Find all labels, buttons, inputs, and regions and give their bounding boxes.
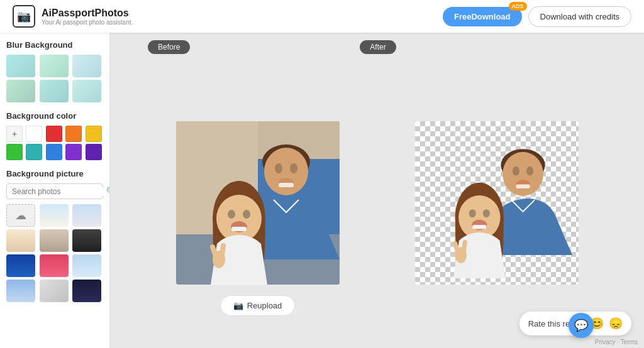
blur-thumb-4[interactable] bbox=[6, 80, 35, 102]
logo-icon: 📷 bbox=[13, 5, 35, 28]
search-box[interactable]: 🔍 bbox=[6, 183, 103, 199]
bg-thumb-sky1[interactable] bbox=[40, 204, 69, 227]
svg-point-12 bbox=[228, 210, 235, 219]
before-photo-container: 📷 Reupload bbox=[176, 121, 340, 285]
bg-thumb-nature2[interactable] bbox=[40, 229, 69, 252]
color-darkpurple-swatch[interactable] bbox=[86, 144, 102, 160]
bg-thumb-pink[interactable] bbox=[40, 254, 69, 277]
emoji-bad[interactable]: 😞 bbox=[609, 317, 623, 330]
blur-section-title: Blur Background bbox=[6, 40, 103, 50]
main-layout: Blur Background Background color + bbox=[0, 33, 644, 348]
selfie-svg bbox=[176, 121, 340, 285]
cutout-svg bbox=[421, 128, 572, 278]
bg-upload-button[interactable]: ☁ bbox=[6, 204, 35, 227]
logo-text: AiPassportPhotos Your Ai passport photo … bbox=[42, 8, 133, 26]
before-photo bbox=[176, 121, 340, 285]
svg-rect-24 bbox=[516, 184, 530, 188]
color-green-swatch[interactable] bbox=[6, 144, 23, 160]
color-blue-swatch[interactable] bbox=[46, 144, 62, 160]
color-add-button[interactable]: + bbox=[6, 126, 23, 142]
svg-point-13 bbox=[243, 210, 250, 219]
content-area: Before After bbox=[110, 33, 644, 348]
blur-thumb-2[interactable] bbox=[40, 55, 69, 77]
svg-point-28 bbox=[482, 209, 489, 217]
color-orange-swatch[interactable] bbox=[65, 126, 82, 142]
svg-point-5 bbox=[264, 148, 308, 195]
bg-picture-section: Background picture 🔍 ☁ bbox=[6, 169, 103, 302]
blur-thumb-3[interactable] bbox=[72, 55, 101, 77]
svg-rect-9 bbox=[279, 183, 294, 187]
free-download-button[interactable]: FreeDownload ADS bbox=[443, 7, 522, 26]
color-white-swatch[interactable] bbox=[26, 126, 42, 142]
bg-thumb-nature1[interactable] bbox=[6, 229, 35, 252]
svg-line-33 bbox=[464, 242, 465, 251]
logo-area: 📷 AiPassportPhotos Your Ai passport phot… bbox=[13, 5, 133, 28]
bg-thumb-blue1[interactable] bbox=[6, 254, 35, 277]
color-purple-swatch[interactable] bbox=[65, 144, 82, 160]
color-yellow-swatch[interactable] bbox=[86, 126, 102, 142]
svg-point-22 bbox=[526, 166, 533, 176]
chat-button[interactable]: 💬 bbox=[569, 313, 594, 338]
label-row: Before After bbox=[110, 33, 644, 54]
svg-point-21 bbox=[512, 166, 519, 176]
bg-thumb-night[interactable] bbox=[72, 280, 101, 302]
bg-thumb-sky3[interactable] bbox=[6, 280, 35, 302]
svg-point-27 bbox=[469, 209, 475, 217]
privacy-notice[interactable]: Privacy · Terms bbox=[595, 339, 638, 345]
reupload-button[interactable]: 📷 Reupload bbox=[220, 295, 296, 316]
images-row: 📷 Reupload bbox=[110, 33, 644, 348]
after-photo-container bbox=[415, 121, 579, 285]
sidebar: Blur Background Background color + bbox=[0, 33, 110, 348]
color-teal-swatch[interactable] bbox=[26, 144, 42, 160]
blur-thumb-grid bbox=[6, 55, 103, 102]
logo-title: AiPassportPhotos bbox=[42, 8, 133, 19]
camera-icon: 📷 bbox=[233, 301, 243, 310]
download-credits-button[interactable]: Download with credits bbox=[528, 6, 631, 27]
blur-thumb-1[interactable] bbox=[6, 55, 35, 77]
color-section-title: Background color bbox=[6, 111, 103, 121]
after-label: After bbox=[360, 40, 396, 54]
svg-line-32 bbox=[455, 244, 458, 253]
search-input[interactable] bbox=[12, 187, 106, 196]
bg-thumb-grid: ☁ bbox=[6, 204, 103, 302]
blur-thumb-5[interactable] bbox=[40, 80, 69, 102]
svg-point-20 bbox=[502, 152, 543, 196]
svg-rect-15 bbox=[231, 227, 247, 231]
bg-thumb-sky2[interactable] bbox=[72, 204, 101, 227]
svg-point-6 bbox=[275, 163, 282, 173]
color-red-swatch[interactable] bbox=[46, 126, 62, 142]
cutout-overlay bbox=[415, 121, 579, 285]
bg-thumb-art[interactable] bbox=[40, 280, 69, 302]
ads-badge: ADS bbox=[509, 2, 527, 11]
color-section: Background color + bbox=[6, 111, 103, 160]
bg-thumb-dark[interactable] bbox=[72, 229, 101, 252]
svg-point-7 bbox=[290, 163, 297, 173]
svg-line-17 bbox=[213, 247, 216, 256]
color-grid: + bbox=[6, 126, 103, 160]
bg-thumb-clouds[interactable] bbox=[72, 254, 101, 277]
blur-thumb-6[interactable] bbox=[72, 80, 101, 102]
after-photo bbox=[415, 121, 579, 285]
header: 📷 AiPassportPhotos Your Ai passport phot… bbox=[0, 0, 644, 33]
header-buttons: FreeDownload ADS Download with credits bbox=[443, 6, 631, 27]
upload-icon: ☁ bbox=[15, 209, 26, 222]
svg-line-18 bbox=[222, 246, 223, 255]
logo-subtitle: Your Ai passport photo assistant. bbox=[42, 19, 133, 26]
bg-picture-title: Background picture bbox=[6, 169, 103, 178]
before-label: Before bbox=[148, 40, 190, 54]
svg-rect-30 bbox=[472, 225, 486, 229]
